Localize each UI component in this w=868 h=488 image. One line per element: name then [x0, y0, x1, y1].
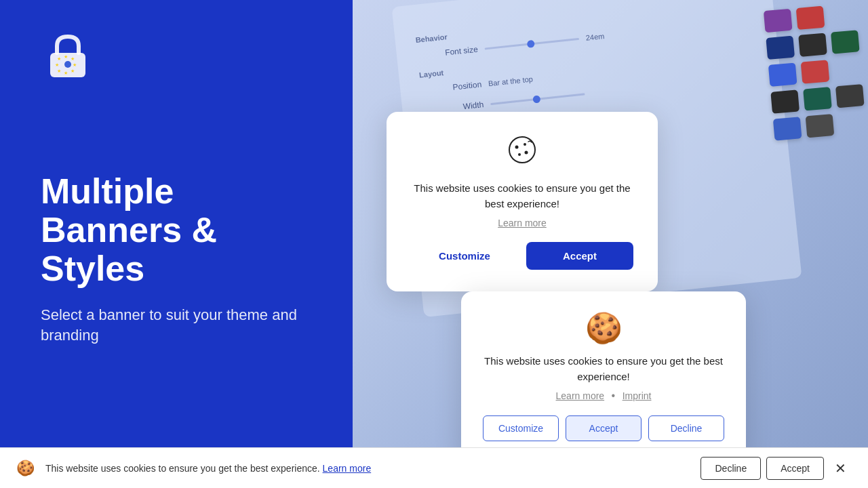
cookie-outline-icon	[411, 134, 633, 173]
banner2-imprint[interactable]: Imprint	[623, 390, 652, 401]
close-button[interactable]: ✕	[829, 458, 852, 479]
main-headline: Multiple Banners & Styles	[41, 172, 312, 289]
position-value: Bar at the top	[488, 75, 533, 87]
svg-text:★: ★	[57, 68, 61, 73]
swatch-blue2[interactable]	[773, 117, 802, 140]
banner2-text: This website uses cookies to ensure you …	[483, 354, 724, 384]
main-subheadline: Select a banner to suit your theme and b…	[41, 305, 312, 347]
banner2-accept-button[interactable]: Accept	[566, 415, 642, 441]
swatch-dark4[interactable]	[806, 114, 835, 138]
svg-text:★: ★	[55, 62, 59, 67]
bottom-bar-learn-more[interactable]: Learn more	[323, 463, 372, 474]
swatch-red1[interactable]	[796, 6, 825, 30]
banner2-dot: •	[612, 390, 616, 401]
font-size-label: Font size	[416, 45, 478, 60]
swatch-dark2[interactable]	[770, 89, 800, 113]
swatch-blue1[interactable]	[768, 63, 797, 87]
left-panel: ★ ★ ★ ★ ★ ★ ★ ★ Multiple Banners & Style…	[0, 0, 353, 447]
swatch-red2[interactable]	[801, 60, 830, 83]
swatch-darkblue[interactable]	[766, 36, 795, 60]
font-size-value: 24em	[585, 32, 605, 42]
color-swatches-area	[764, 3, 867, 140]
banner2-decline-button[interactable]: Decline	[648, 415, 724, 441]
svg-point-1	[64, 61, 71, 68]
banner1-buttons: Customize Accept	[411, 242, 633, 270]
bottom-bar-buttons: Decline Accept ✕	[701, 457, 852, 480]
swatch-green2[interactable]	[803, 87, 832, 110]
banner1-customize-button[interactable]: Customize	[411, 242, 518, 270]
bottom-bar-accept-button[interactable]: Accept	[766, 457, 824, 480]
swatch-dark1[interactable]	[798, 33, 827, 56]
lock-icon-container: ★ ★ ★ ★ ★ ★ ★ ★	[41, 27, 312, 84]
bottom-cookie-bar: 🍪 This website uses cookies to ensure yo…	[0, 447, 868, 488]
svg-text:★: ★	[57, 56, 61, 61]
bottom-bar-text: This website uses cookies to ensure you …	[45, 463, 690, 474]
bottom-bar-decline-button[interactable]: Decline	[701, 457, 761, 480]
svg-point-10	[509, 137, 535, 163]
right-panel: Behavior Font size 24em Layout Position …	[353, 0, 868, 447]
banner1-accept-button[interactable]: Accept	[526, 242, 633, 270]
banner2-customize-button[interactable]: Customize	[483, 415, 559, 441]
banner1-text: This website uses cookies to ensure you …	[411, 181, 633, 211]
svg-text:★: ★	[64, 70, 68, 75]
svg-point-13	[525, 151, 528, 155]
svg-text:★: ★	[64, 54, 68, 59]
cookie-banner-1: This website uses cookies to ensure you …	[387, 112, 658, 291]
position-label: Position	[420, 79, 482, 95]
swatch-dark3[interactable]	[835, 84, 865, 108]
svg-text:★: ★	[71, 68, 75, 73]
swatch-purple[interactable]	[764, 9, 793, 33]
svg-text:★: ★	[73, 62, 77, 67]
swatch-green1[interactable]	[831, 30, 860, 54]
banner2-links-row: Learn more • Imprint	[483, 390, 724, 402]
banner2-learn-more[interactable]: Learn more	[556, 390, 605, 401]
banner1-learn-more[interactable]: Learn more	[498, 218, 547, 228]
cookie-color-icon: 🍪	[483, 310, 724, 346]
cookie-banner-2: 🍪 This website uses cookies to ensure yo…	[461, 291, 746, 447]
svg-point-14	[518, 153, 521, 156]
svg-text:★: ★	[71, 56, 75, 61]
svg-point-12	[524, 143, 526, 146]
bottom-bar-main-text: This website uses cookies to ensure you …	[45, 463, 320, 474]
main-content: ★ ★ ★ ★ ★ ★ ★ ★ Multiple Banners & Style…	[0, 0, 868, 447]
svg-point-11	[515, 146, 519, 149]
banner2-buttons: Customize Accept Decline	[483, 415, 724, 441]
eu-lock-icon: ★ ★ ★ ★ ★ ★ ★ ★	[41, 27, 95, 81]
bottom-bar-cookie-icon: 🍪	[16, 460, 35, 477]
